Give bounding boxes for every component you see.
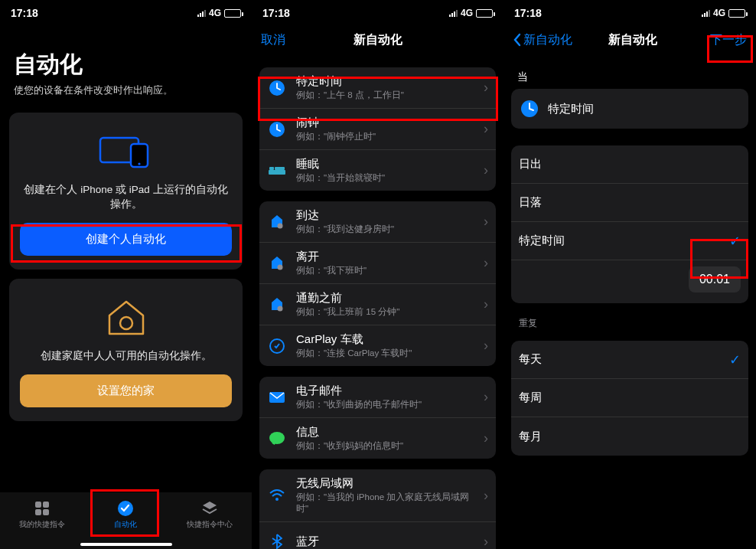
signal-icon bbox=[197, 9, 206, 17]
option-label: 每月 bbox=[519, 430, 741, 444]
page-title: 自动化 bbox=[14, 49, 238, 80]
row-title: 信息 bbox=[296, 425, 479, 440]
row-title: 离开 bbox=[296, 250, 479, 264]
chevron-right-icon: › bbox=[484, 338, 488, 354]
clock-check-icon bbox=[116, 498, 135, 518]
svg-rect-5 bbox=[43, 502, 49, 508]
status-right: 4G bbox=[702, 8, 745, 18]
row-wifi[interactable]: 无线局域网例如："当我的 iPhone 加入家庭无线局域网时" › bbox=[259, 469, 496, 522]
row-sub: 例如："收到曲扬的电子邮件时" bbox=[296, 399, 479, 410]
setup-home-button[interactable]: 设置您的家 bbox=[20, 374, 232, 407]
home-card-desc: 创建家庭中人人可用的自动化操作。 bbox=[20, 349, 232, 364]
row-title: 到达 bbox=[296, 208, 479, 223]
home-indicator[interactable] bbox=[80, 543, 172, 546]
row-sub: 例如："当我的 iPhone 加入家庭无线局域网时" bbox=[296, 492, 479, 515]
status-bar: 17:18 4G bbox=[0, 0, 252, 23]
row-title: 特定时间 bbox=[296, 74, 479, 89]
page-header: 自动化 使您的设备在条件改变时作出响应。 bbox=[0, 23, 252, 103]
option-label: 每周 bbox=[519, 391, 741, 405]
clock-icon bbox=[267, 119, 287, 139]
personal-automation-card: 创建在个人 iPhone 或 iPad 上运行的自动化操作。 创建个人自动化 bbox=[9, 113, 243, 270]
wifi-icon bbox=[267, 485, 287, 505]
battery-icon bbox=[728, 9, 745, 18]
repeat-daily[interactable]: 每天 ✓ bbox=[511, 341, 748, 379]
svg-rect-6 bbox=[35, 509, 41, 515]
selected-trigger-label: 特定时间 bbox=[548, 102, 594, 116]
row-alarm[interactable]: 闹钟例如："闹钟停止时" › bbox=[259, 109, 496, 150]
option-label: 日出 bbox=[519, 157, 741, 172]
svg-rect-12 bbox=[269, 167, 274, 170]
svg-rect-11 bbox=[269, 170, 285, 175]
row-title: 闹钟 bbox=[296, 116, 479, 130]
status-right: 4G bbox=[197, 8, 241, 18]
status-time: 17:18 bbox=[514, 7, 542, 19]
svg-point-15 bbox=[278, 264, 283, 270]
tab-label: 自动化 bbox=[114, 520, 137, 530]
chevron-right-icon: › bbox=[484, 488, 488, 504]
row-title: 通勤之前 bbox=[296, 291, 479, 306]
layers-icon bbox=[200, 498, 220, 518]
chevron-right-icon: › bbox=[484, 534, 488, 550]
status-time: 17:18 bbox=[262, 7, 290, 19]
nav-title: 新自动化 bbox=[354, 32, 402, 48]
repeat-monthly[interactable]: 每月 bbox=[511, 417, 748, 456]
row-sub: 例如："闹钟停止时" bbox=[296, 131, 479, 142]
row-sub: 例如："我上班前 15 分钟" bbox=[296, 306, 479, 318]
network-label: 4G bbox=[461, 8, 473, 18]
chevron-right-icon: › bbox=[484, 430, 488, 446]
signal-icon bbox=[702, 9, 710, 17]
carplay-icon bbox=[267, 336, 287, 356]
row-email[interactable]: 电子邮件例如："收到曲扬的电子邮件时" › bbox=[259, 377, 496, 418]
phone-3-time-config: 17:18 4G 新自动化 新自动化 下一步 当 特定时间 日出 日落 特定时间… bbox=[503, 0, 756, 549]
row-time-of-day[interactable]: 特定时间例如："上午 8 点，工作日" › bbox=[259, 67, 496, 109]
selected-trigger: 特定时间 bbox=[511, 89, 748, 129]
next-button[interactable]: 下一步 bbox=[693, 32, 747, 48]
row-sleep[interactable]: 睡眠例如："当开始就寝时" › bbox=[259, 150, 496, 191]
nav-bar: 新自动化 新自动化 下一步 bbox=[503, 23, 756, 57]
home-icon bbox=[20, 291, 232, 345]
row-arrive[interactable]: 到达例如："我到达健身房时" › bbox=[259, 201, 496, 243]
row-sub: 例如："连接 CarPlay 车载时" bbox=[296, 348, 479, 359]
row-sub: 例如："上午 8 点，工作日" bbox=[296, 90, 479, 101]
row-title: 电子邮件 bbox=[296, 384, 479, 398]
row-leave[interactable]: 离开例如："我下班时" › bbox=[259, 243, 496, 284]
page-subtitle: 使您的设备在条件改变时作出响应。 bbox=[14, 83, 238, 97]
row-sub: 例如："收到妈妈的信息时" bbox=[296, 440, 479, 452]
repeat-label: 重复 bbox=[519, 317, 742, 330]
option-sunset[interactable]: 日落 bbox=[511, 184, 748, 222]
time-picker-row: 00:01 bbox=[511, 260, 748, 303]
chevron-right-icon: › bbox=[484, 162, 488, 178]
row-title: CarPlay 车载 bbox=[296, 332, 479, 347]
bluetooth-icon bbox=[267, 531, 287, 549]
trigger-group-location: 到达例如："我到达健身房时" › 离开例如："我下班时" › 通勤之前例如："我… bbox=[259, 201, 496, 366]
time-picker[interactable]: 00:01 bbox=[689, 266, 741, 292]
svg-rect-4 bbox=[35, 502, 41, 508]
trigger-group-comms: 电子邮件例如："收到曲扬的电子邮件时" › 信息例如："收到妈妈的信息时" › bbox=[259, 377, 496, 459]
row-commute[interactable]: 通勤之前例如："我上班前 15 分钟" › bbox=[259, 284, 496, 325]
tab-gallery[interactable]: 快捷指令中心 bbox=[179, 498, 240, 530]
row-bluetooth[interactable]: 蓝牙 › bbox=[259, 522, 496, 549]
bed-icon bbox=[267, 161, 287, 181]
tab-label: 我的快捷指令 bbox=[19, 520, 65, 530]
cancel-button[interactable]: 取消 bbox=[261, 32, 314, 48]
tab-automation[interactable]: 自动化 bbox=[95, 498, 156, 530]
devices-icon bbox=[20, 125, 232, 178]
tab-label: 快捷指令中心 bbox=[187, 520, 233, 530]
row-carplay[interactable]: CarPlay 车载例如："连接 CarPlay 车载时" › bbox=[259, 325, 496, 366]
option-label: 每天 bbox=[519, 352, 729, 367]
chevron-right-icon: › bbox=[484, 214, 488, 230]
home-automation-card: 创建家庭中人人可用的自动化操作。 设置您的家 bbox=[9, 279, 243, 421]
option-sunrise[interactable]: 日出 bbox=[511, 145, 748, 184]
row-title: 蓝牙 bbox=[296, 534, 479, 549]
chevron-right-icon: › bbox=[484, 389, 488, 405]
clock-icon bbox=[267, 78, 287, 98]
option-specific-time[interactable]: 特定时间 ✓ bbox=[511, 222, 748, 260]
svg-rect-7 bbox=[43, 509, 49, 515]
row-message[interactable]: 信息例如："收到妈妈的信息时" › bbox=[259, 418, 496, 459]
network-label: 4G bbox=[713, 8, 725, 18]
clock-icon bbox=[520, 100, 539, 118]
tab-my-shortcuts[interactable]: 我的快捷指令 bbox=[11, 498, 73, 530]
repeat-weekly[interactable]: 每周 bbox=[511, 379, 748, 417]
back-button[interactable]: 新自动化 bbox=[513, 32, 572, 48]
create-personal-automation-button[interactable]: 创建个人自动化 bbox=[20, 223, 232, 256]
